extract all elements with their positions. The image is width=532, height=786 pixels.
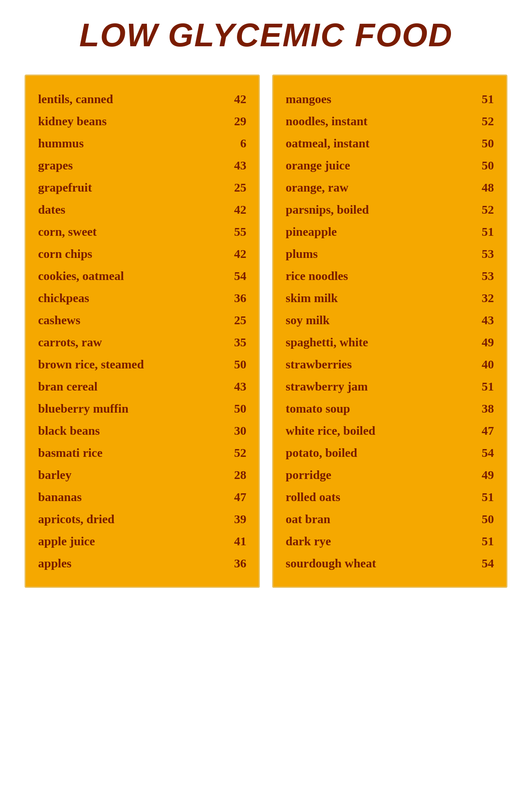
food-value: 47 <box>226 490 246 504</box>
food-name: tomato soup <box>286 402 350 416</box>
food-name: apricots, dried <box>38 512 115 526</box>
food-name: grapes <box>38 158 73 172</box>
food-name: lentils, canned <box>38 92 113 106</box>
food-value: 43 <box>473 313 494 327</box>
list-item: lentils, canned42 <box>38 88 246 110</box>
food-name: cashews <box>38 313 80 327</box>
food-value: 41 <box>226 534 246 548</box>
food-value: 43 <box>226 379 246 393</box>
food-value: 47 <box>473 424 494 438</box>
food-name: dark rye <box>286 534 331 548</box>
list-item: cashews25 <box>38 309 246 331</box>
food-name: soy milk <box>286 313 330 327</box>
food-name: orange, raw <box>286 181 348 194</box>
food-name: black beans <box>38 424 100 438</box>
list-item: rolled oats51 <box>286 486 494 508</box>
food-value: 29 <box>226 114 246 128</box>
food-name: strawberries <box>286 357 352 371</box>
list-item: plums53 <box>286 243 494 265</box>
food-name: basmati rice <box>38 446 102 460</box>
food-value: 40 <box>473 357 494 371</box>
food-name: oat bran <box>286 512 330 526</box>
food-value: 51 <box>473 490 494 504</box>
food-name: potato, boiled <box>286 446 357 460</box>
list-item: skim milk32 <box>286 287 494 309</box>
food-value: 42 <box>226 203 246 217</box>
food-value: 54 <box>473 556 494 570</box>
food-name: grapefruit <box>38 181 92 194</box>
food-value: 49 <box>473 468 494 482</box>
list-item: kidney beans29 <box>38 110 246 132</box>
food-name: orange juice <box>286 158 350 172</box>
food-value: 32 <box>473 291 494 305</box>
list-item: apricots, dried39 <box>38 508 246 530</box>
list-item: oat bran50 <box>286 508 494 530</box>
list-item: black beans30 <box>38 420 246 442</box>
food-name: cookies, oatmeal <box>38 269 124 283</box>
list-item: grapefruit25 <box>38 176 246 199</box>
food-name: kidney beans <box>38 114 107 128</box>
food-value: 54 <box>226 269 246 283</box>
list-item: strawberries40 <box>286 353 494 375</box>
food-value: 48 <box>473 181 494 194</box>
list-item: white rice, boiled47 <box>286 420 494 442</box>
food-value: 55 <box>226 225 246 239</box>
food-name: corn chips <box>38 247 92 261</box>
food-value: 53 <box>473 247 494 261</box>
food-value: 50 <box>473 512 494 526</box>
list-item: potato, boiled54 <box>286 442 494 464</box>
list-item: rice noodles53 <box>286 265 494 287</box>
food-value: 42 <box>226 247 246 261</box>
food-value: 49 <box>473 335 494 349</box>
list-item: dark rye51 <box>286 530 494 552</box>
food-value: 6 <box>226 136 246 150</box>
food-name: plums <box>286 247 318 261</box>
food-value: 36 <box>226 291 246 305</box>
list-item: porridge49 <box>286 464 494 486</box>
list-item: bananas47 <box>38 486 246 508</box>
list-item: dates42 <box>38 199 246 221</box>
food-name: corn, sweet <box>38 225 97 239</box>
list-item: hummus6 <box>38 132 246 154</box>
food-name: noodles, instant <box>286 114 367 128</box>
food-name: porridge <box>286 468 331 482</box>
food-value: 51 <box>473 379 494 393</box>
list-item: basmati rice52 <box>38 442 246 464</box>
list-item: orange, raw48 <box>286 176 494 199</box>
list-item: blueberry muffin50 <box>38 398 246 420</box>
food-value: 51 <box>473 92 494 106</box>
food-name: bananas <box>38 490 82 504</box>
food-name: rolled oats <box>286 490 340 504</box>
food-value: 28 <box>226 468 246 482</box>
food-name: dates <box>38 203 65 217</box>
food-name: blueberry muffin <box>38 402 128 416</box>
food-name: hummus <box>38 136 84 150</box>
list-item: barley28 <box>38 464 246 486</box>
food-name: chickpeas <box>38 291 89 305</box>
food-value: 51 <box>473 225 494 239</box>
list-item: apples36 <box>38 552 246 574</box>
food-name: brown rice, steamed <box>38 357 144 371</box>
food-value: 38 <box>473 402 494 416</box>
list-item: grapes43 <box>38 154 246 176</box>
food-value: 54 <box>473 446 494 460</box>
food-value: 36 <box>226 556 246 570</box>
food-name: barley <box>38 468 72 482</box>
list-item: tomato soup38 <box>286 398 494 420</box>
list-item: pineapple51 <box>286 221 494 243</box>
food-value: 25 <box>226 181 246 194</box>
food-value: 42 <box>226 92 246 106</box>
left-column: lentils, canned42kidney beans29hummus6gr… <box>25 75 260 588</box>
list-item: corn, sweet55 <box>38 221 246 243</box>
food-name: carrots, raw <box>38 335 102 349</box>
food-value: 51 <box>473 534 494 548</box>
list-item: orange juice50 <box>286 154 494 176</box>
right-column: mangoes51noodles, instant52oatmeal, inst… <box>272 75 507 588</box>
food-name: bran cereal <box>38 379 97 393</box>
food-name: pineapple <box>286 225 337 239</box>
columns-wrapper: lentils, canned42kidney beans29hummus6gr… <box>25 75 507 588</box>
food-value: 39 <box>226 512 246 526</box>
list-item: soy milk43 <box>286 309 494 331</box>
list-item: carrots, raw35 <box>38 331 246 353</box>
food-name: sourdough wheat <box>286 556 376 570</box>
